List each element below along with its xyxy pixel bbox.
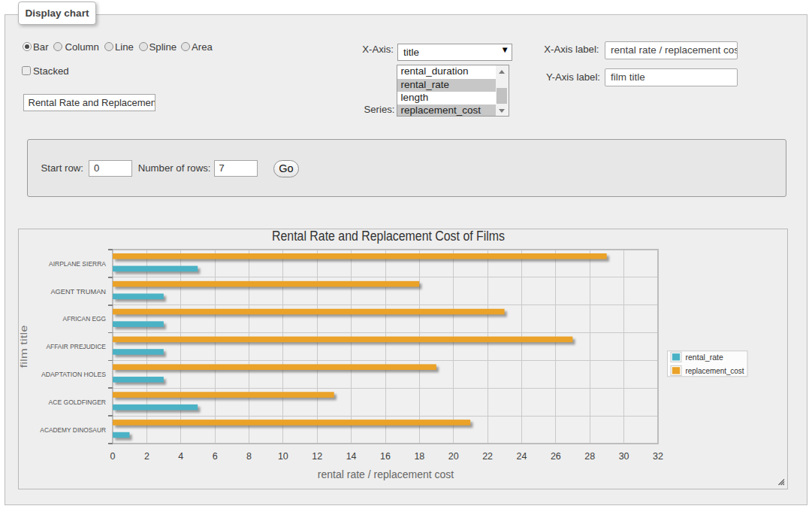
svg-text:12: 12: [312, 451, 322, 462]
svg-text:AFRICAN EGG: AFRICAN EGG: [63, 315, 106, 323]
svg-text:8: 8: [246, 451, 252, 462]
svg-text:ACADEMY DINOSAUR: ACADEMY DINOSAUR: [40, 426, 106, 434]
svg-text:30: 30: [619, 451, 629, 462]
svg-text:AGENT TRUMAN: AGENT TRUMAN: [50, 288, 106, 295]
svg-text:ADAPTATION HOLES: ADAPTATION HOLES: [41, 371, 106, 378]
svg-text:film title: film title: [19, 326, 29, 368]
svg-text:AIRPLANE SIERRA: AIRPLANE SIERRA: [49, 260, 107, 268]
svg-text:2: 2: [144, 451, 149, 462]
svg-text:32: 32: [653, 451, 663, 462]
svg-text:24: 24: [517, 451, 527, 462]
svg-text:0: 0: [110, 451, 116, 462]
svg-text:28: 28: [584, 451, 595, 462]
svg-text:6: 6: [213, 451, 218, 462]
svg-text:ACE GOLDFINGER: ACE GOLDFINGER: [49, 398, 107, 406]
svg-text:16: 16: [380, 451, 391, 462]
svg-text:10: 10: [278, 451, 288, 462]
svg-text:22: 22: [482, 451, 493, 462]
svg-text:14: 14: [346, 451, 357, 462]
svg-text:AFFAIR PREJUDICE: AFFAIR PREJUDICE: [46, 343, 106, 350]
svg-text:replacement_cost: replacement_cost: [686, 366, 744, 375]
svg-text:Rental Rate and Replacement Co: Rental Rate and Replacement Cost of Film…: [272, 229, 505, 244]
svg-text:26: 26: [551, 451, 561, 462]
svg-text:20: 20: [448, 451, 459, 462]
svg-text:rental_rate: rental_rate: [686, 353, 723, 362]
svg-text:18: 18: [414, 451, 424, 462]
svg-text:4: 4: [178, 451, 183, 462]
svg-text:rental rate / replacement cost: rental rate / replacement cost: [318, 468, 454, 480]
